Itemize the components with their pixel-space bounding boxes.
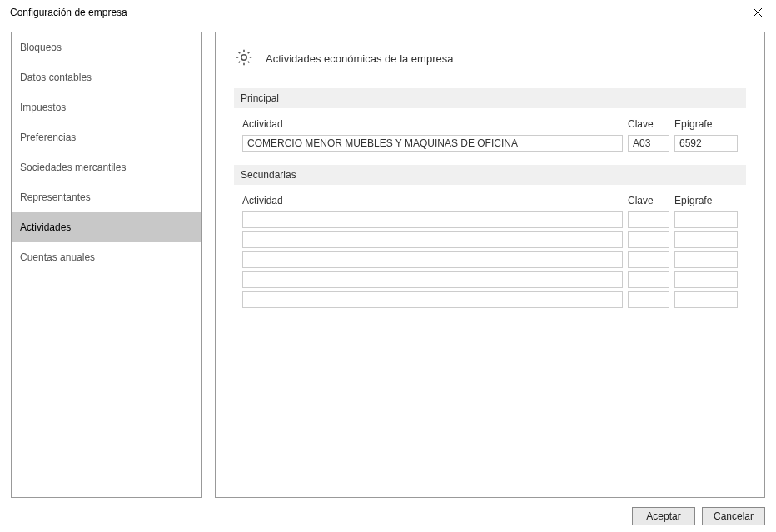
principal-clave-field[interactable]: A03 <box>628 135 669 152</box>
col-header-actividad: Actividad <box>242 117 623 132</box>
sidebar-item-label: Bloqueos <box>20 42 62 53</box>
secundaria-row <box>234 211 746 228</box>
principal-row: COMERCIO MENOR MUEBLES Y MAQUINAS DE OFI… <box>234 135 746 152</box>
sidebar: Bloqueos Datos contables Impuestos Prefe… <box>11 32 202 498</box>
col-header-epigrafe: Epígrafe <box>674 193 738 208</box>
close-icon[interactable] <box>748 2 768 22</box>
secundaria-actividad-field[interactable] <box>242 231 623 248</box>
principal-actividad-field[interactable]: COMERCIO MENOR MUEBLES Y MAQUINAS DE OFI… <box>242 135 623 152</box>
section-principal-header: Principal <box>234 88 746 108</box>
secundaria-clave-field[interactable] <box>628 251 669 268</box>
secundaria-epigrafe-field[interactable] <box>674 251 738 268</box>
section-secundarias-header: Secundarias <box>234 165 746 185</box>
sidebar-item-label: Sociedades mercantiles <box>20 162 126 173</box>
sidebar-item-label: Datos contables <box>20 72 92 83</box>
secundaria-row <box>234 271 746 288</box>
secundaria-clave-field[interactable] <box>628 231 669 248</box>
secundaria-clave-field[interactable] <box>628 211 669 228</box>
col-header-clave: Clave <box>628 193 669 208</box>
cancel-button[interactable]: Cancelar <box>702 507 765 525</box>
secundaria-epigrafe-field[interactable] <box>674 291 738 308</box>
secundaria-clave-field[interactable] <box>628 271 669 288</box>
sidebar-item-bloqueos[interactable]: Bloqueos <box>12 32 201 62</box>
secundaria-row <box>234 231 746 248</box>
sidebar-item-sociedades-mercantiles[interactable]: Sociedades mercantiles <box>12 152 201 182</box>
sidebar-item-preferencias[interactable]: Preferencias <box>12 122 201 152</box>
sidebar-item-label: Impuestos <box>20 102 66 113</box>
sidebar-item-label: Cuentas anuales <box>20 251 95 263</box>
secundaria-actividad-field[interactable] <box>242 291 623 308</box>
sidebar-item-datos-contables[interactable]: Datos contables <box>12 62 201 92</box>
sidebar-item-label: Representantes <box>20 191 91 203</box>
secundaria-actividad-field[interactable] <box>242 271 623 288</box>
principal-epigrafe-field[interactable]: 6592 <box>674 135 738 152</box>
secundaria-epigrafe-field[interactable] <box>674 231 738 248</box>
main-panel: Actividades económicas de la empresa Pri… <box>215 32 765 498</box>
secundaria-actividad-field[interactable] <box>242 251 623 268</box>
col-header-epigrafe: Epígrafe <box>674 117 738 132</box>
panel-title: Actividades económicas de la empresa <box>266 52 453 65</box>
col-header-clave: Clave <box>628 117 669 132</box>
secundaria-row <box>234 251 746 268</box>
sidebar-item-representantes[interactable]: Representantes <box>12 182 201 212</box>
accept-button[interactable]: Aceptar <box>632 507 695 525</box>
secundaria-epigrafe-field[interactable] <box>674 211 738 228</box>
secundaria-clave-field[interactable] <box>628 291 669 308</box>
col-header-actividad: Actividad <box>242 193 623 208</box>
sidebar-item-impuestos[interactable]: Impuestos <box>12 92 201 122</box>
sidebar-item-label: Actividades <box>20 221 71 233</box>
secundaria-epigrafe-field[interactable] <box>674 271 738 288</box>
gear-icon <box>234 47 254 70</box>
sidebar-item-label: Preferencias <box>20 132 76 143</box>
sidebar-item-cuentas-anuales[interactable]: Cuentas anuales <box>12 242 201 272</box>
window-title: Configuración de empresa <box>8 7 127 18</box>
svg-point-2 <box>241 55 246 60</box>
secundaria-actividad-field[interactable] <box>242 211 623 228</box>
secundaria-row <box>234 291 746 308</box>
sidebar-item-actividades[interactable]: Actividades <box>12 212 201 242</box>
